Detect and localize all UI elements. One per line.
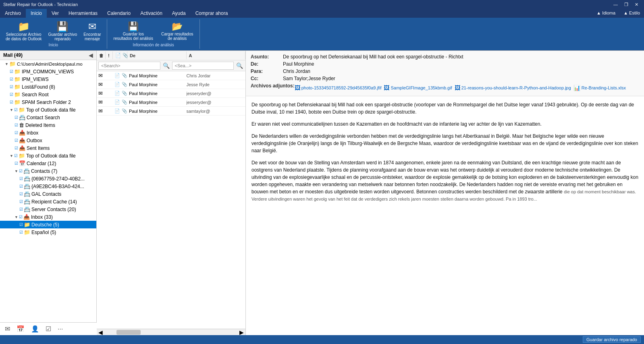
seleccionar-archivo-button[interactable]: 📁 Seleccionar Archivode datos de Outlook (3, 21, 44, 42)
tab-ayuda[interactable]: Ayuda (167, 9, 191, 18)
sidebar-item-contact-search[interactable]: ☑ 📇 Contact Search (0, 114, 96, 121)
sidebar-item-espanol[interactable]: ☑ 📁 Español (5) (0, 228, 96, 236)
spam-check: ☑ (10, 100, 13, 104)
sidebar-item-contact1[interactable]: ☑ 📇 {06967759-274D-40B2... (0, 175, 96, 182)
email-row[interactable]: ✉ 📄 📎 Paul Morphine samtaylor@ (97, 107, 245, 116)
sidebar-item-deleted[interactable]: ☑ 🗑 Deleted Items (0, 121, 96, 129)
sidebar-item-outbox[interactable]: ☑ 📤 Outbox (0, 137, 96, 144)
attachment-item-1[interactable]: 🖼 photo-1533450718592-29d45635f0a9.jfif (295, 85, 382, 91)
sidebar-item-recipient[interactable]: ☑ 📇 Recipient Cache (14) (0, 198, 96, 205)
cargar-resultados-icon: 📂 (172, 22, 183, 31)
email-row[interactable]: ✉ 📄 📎 Paul Morphine jesseryder@ (97, 98, 245, 107)
ipm-common-label: IPM_COMMON_VIEWS (22, 69, 74, 75)
scroll-left-btn[interactable]: ◀ (97, 329, 104, 336)
sidebar-item-inbox33[interactable]: ▼ ☑ 📥 Inbox (33) (0, 213, 96, 221)
to-value: Chris Jordan (283, 68, 310, 74)
col-from-header[interactable]: De (127, 52, 187, 59)
sidebar-item-sent[interactable]: ☑ 📤 Sent Items (0, 144, 96, 152)
outbox-label: Outbox (27, 138, 42, 143)
app-title: Stellar Repair for Outlook - Technician (3, 2, 78, 7)
sidebar-item-contact2[interactable]: ☑ 📇 {A9E2BC46-B3A0-424... (0, 182, 96, 190)
guardar-resultados-button[interactable]: 💾 Guardar losresultados del análisis (110, 21, 156, 41)
sidebar-item-calendar[interactable]: ☑ 📅 Calendar (12) (0, 160, 96, 167)
guardar-reparado-button[interactable]: 💾 Guardar archivoreparado (46, 21, 80, 42)
search-to-icon[interactable]: 🔍 (235, 62, 244, 70)
mail-header-row: Mail (49) ◀ (0, 51, 96, 60)
email-row[interactable]: ✉ 📄 📎 Paul Morphine Chris Jordar (97, 71, 245, 80)
email-list-scrollbar[interactable]: ◀ ▶ (97, 329, 245, 335)
ribbon-tabs: Archivo Inicio Ver Herramientas Calendar… (0, 9, 644, 18)
tab-inicio[interactable]: Inicio (26, 9, 47, 18)
tab-calendario[interactable]: Calendario (102, 9, 135, 18)
inbox33-icon: 📥 (23, 214, 30, 220)
cargar-resultados-label: Cargar resultadosde análisis (161, 32, 193, 41)
sidebar-item-search-root[interactable]: ☑ 📁 Search Root (0, 91, 96, 98)
seleccionar-icon: 📁 (18, 22, 30, 31)
row4-from: Paul Morphine (129, 100, 187, 105)
sidebar-item-inbox[interactable]: ☑ 📥 Inbox (0, 129, 96, 137)
email-row[interactable]: ✉ 📄 📎 Paul Morphine Jesse Ryde (97, 80, 245, 89)
ipm-views-check: ☑ (10, 77, 13, 81)
encontrar-mensaje-button[interactable]: ✉ Encontrarmensaje (81, 21, 103, 42)
restore-button[interactable]: ❐ (622, 2, 631, 7)
espanol-label: Español (5) (31, 230, 56, 235)
search-to-input[interactable] (172, 62, 234, 70)
search-from-icon[interactable]: 🔍 (162, 62, 170, 70)
deutsche-icon: 📁 (24, 222, 30, 228)
sidebar-tree[interactable]: ▼ 📁 C:\Users\Admin\Desktop\paul.mo ☑ 📁 I… (0, 60, 97, 322)
bottom-nav: ✉ 📅 👤 ☑ ··· (0, 322, 97, 335)
calendar-icon: 📅 (19, 160, 25, 166)
tab-herramientas[interactable]: Herramientas (64, 9, 102, 18)
inbox33-check: ☑ (19, 215, 23, 219)
att3-name: 21-reasons-you-should-learn-R-Python-and… (461, 85, 571, 90)
search-from-input[interactable] (98, 62, 160, 70)
row5-type: ✉ (98, 108, 107, 114)
ribbon-group-inicio: 📁 Seleccionar Archivode datos de Outlook… (0, 19, 107, 49)
collapse-button[interactable]: ◀ (89, 52, 93, 58)
sidebar-item-spam[interactable]: ☑ 📁 SPAM Search Folder 2 (0, 98, 96, 106)
email-row[interactable]: ✉ 📄 📎 Paul Morphine jesseryder@ (97, 89, 245, 98)
email-list-panel: 🗑 ! 📄 📎 De A 🔍 🔍 ✉ (97, 51, 246, 335)
sidebar-item-top-outlook2[interactable]: ▼ ☑ 📁 Top of Outlook data file (0, 152, 96, 160)
attachment-item-4[interactable]: 📊 Re-Branding-Lists.xlsx (573, 85, 626, 91)
scroll-thumb[interactable] (116, 330, 141, 335)
cargar-resultados-button[interactable]: 📂 Cargar resultadosde análisis (158, 21, 196, 41)
attachment-item-2[interactable]: 🖼 SampleGIFImage_135kbmb.gif (384, 85, 452, 91)
row2-attach: 📎 (122, 82, 129, 87)
row2-type: ✉ (98, 81, 107, 87)
sidebar-item-lost-found[interactable]: ☑ 📁 Lost&Found (8) (0, 83, 96, 91)
sidebar-item-ipm-common[interactable]: ☑ 📁 IPM_COMMON_VIEWS (0, 68, 96, 75)
col-to-header[interactable]: A (187, 52, 246, 59)
row1-to: Chris Jordar (187, 73, 244, 78)
sidebar-item-ipm-views[interactable]: ☑ 📁 IPM_VIEWS (0, 75, 96, 83)
calendar-nav-button[interactable]: 📅 (15, 324, 26, 334)
row4-to: jesseryder@ (187, 100, 244, 105)
tab-activacion[interactable]: Activación (135, 9, 167, 18)
save-repaired-status-button[interactable]: Guardar archivo reparado (583, 336, 641, 343)
tasks-nav-button[interactable]: ☑ (44, 324, 53, 334)
sidebar-item-top-outlook[interactable]: ▼ ☑ 📁 Top of Outlook data file (0, 106, 96, 114)
body-para-4: De wet voor de bouw van de Stelling van … (251, 159, 638, 203)
attachment-item-3[interactable]: 🖼 21-reasons-you-should-learn-R-Python-a… (455, 85, 571, 91)
ribbon-content: 📁 Seleccionar Archivode datos de Outlook… (0, 18, 644, 51)
scroll-right-btn[interactable]: ▶ (238, 329, 245, 336)
close-button[interactable]: ✕ (632, 2, 641, 7)
sidebar-item-server-contacts[interactable]: ☑ 📇 Server Contacts (20) (0, 205, 96, 213)
tab-ver[interactable]: Ver (47, 9, 64, 18)
lost-found-check: ☑ (10, 85, 13, 89)
mail-nav-button[interactable]: ✉ (3, 324, 12, 334)
sidebar-item-deutsche[interactable]: ☑ 📁 Deutsche (5) (0, 221, 96, 228)
sidebar-root[interactable]: ▼ 📁 C:\Users\Admin\Desktop\paul.mo (0, 60, 96, 68)
sidebar-item-contacts[interactable]: ▼ ☑ 📇 Contacts (7) (0, 167, 96, 175)
sent-icon: 📤 (19, 145, 25, 151)
minimize-button[interactable]: — (611, 2, 620, 7)
cc-row: Cc: Sam Taylor;Jesse Ryder (251, 76, 639, 81)
contacts-nav-button[interactable]: 👤 (29, 324, 41, 334)
sidebar-item-gal[interactable]: ☑ 📇 GAL Contacts (0, 190, 96, 198)
tab-comprar[interactable]: Comprar ahora (191, 9, 233, 18)
from-row: De: Paul Morphine (251, 61, 639, 67)
more-nav-button[interactable]: ··· (56, 325, 64, 334)
title-bar-controls: — ❐ ✕ (611, 2, 641, 7)
tab-archivo[interactable]: Archivo (0, 9, 26, 18)
guardar-reparado-label: Guardar archivoreparado (48, 32, 77, 41)
